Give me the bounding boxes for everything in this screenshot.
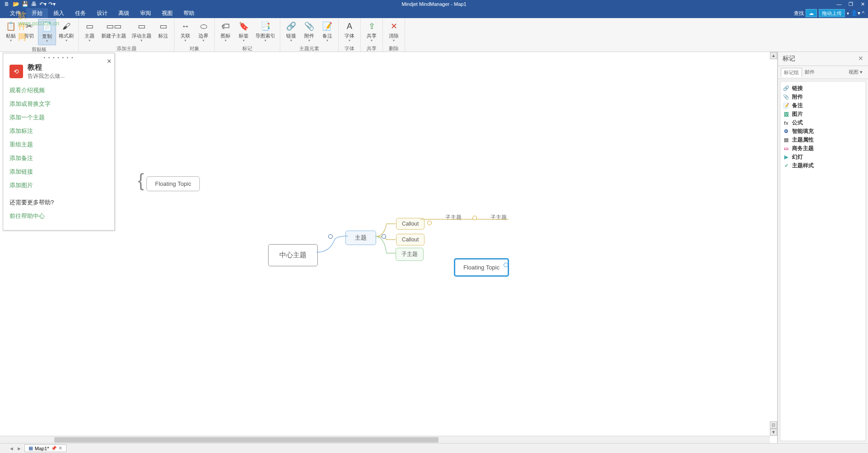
icon-marker-button[interactable]: 🏷图标▾ <box>217 19 235 44</box>
tutorial-link-6[interactable]: 添加链接 <box>9 168 108 176</box>
boundary-button[interactable]: ⬭边界▾ <box>194 19 212 44</box>
canvas-area[interactable]: • • • • • • • ✕ ⟲ 教程 告诉我怎么做... 观看介绍视频添加或… <box>0 52 778 443</box>
minimize-button[interactable]: — <box>835 1 843 7</box>
central-topic[interactable]: 中心主题 <box>268 244 318 266</box>
floating-topic-1[interactable]: Floating Topic <box>146 176 200 191</box>
tutorial-link-0[interactable]: 观看介绍视频 <box>9 86 108 94</box>
scroll-down-button[interactable]: ▼ <box>770 429 777 436</box>
marker-item-1[interactable]: 📎附件 <box>783 93 863 101</box>
scroll-up-button[interactable]: ▲ <box>770 52 777 59</box>
marker-item-5[interactable]: ⚙智能填充 <box>783 127 863 136</box>
floating-topic-2-selected[interactable]: Floating Topic <box>454 258 509 277</box>
menu-advanced[interactable]: 高级 <box>113 8 135 18</box>
collapse-ribbon-icon[interactable]: ^ <box>862 10 864 16</box>
menu-insert[interactable]: 插入 <box>48 8 70 18</box>
tab-view[interactable]: 视图 ▾ <box>846 68 865 77</box>
node-handle[interactable] <box>504 263 508 267</box>
menu-design[interactable]: 设计 <box>91 8 113 18</box>
qat-redo[interactable]: ↷▾ <box>48 0 56 8</box>
cut-button[interactable]: ✂剪切 <box>20 19 38 45</box>
tutorial-link-1[interactable]: 添加或替换文字 <box>9 100 108 108</box>
marker-item-4[interactable]: fx公式 <box>783 118 863 127</box>
search-label: 查找 <box>794 10 804 17</box>
node-handle[interactable] <box>328 234 333 239</box>
menu-file[interactable]: 文件 <box>5 8 26 18</box>
tab-close-icon[interactable]: ✕ <box>58 445 62 451</box>
marker-item-7[interactable]: ▭商务主题 <box>783 144 863 153</box>
maximize-button[interactable]: ❐ <box>847 1 854 7</box>
marker-item-3[interactable]: 🖼图片 <box>783 110 863 118</box>
tab-nav-right[interactable]: ► <box>17 446 22 451</box>
menu-help[interactable]: 帮助 <box>178 8 200 18</box>
clear-button[interactable]: ✕清除▾ <box>385 19 403 44</box>
panel-close-icon[interactable]: ✕ <box>858 55 863 63</box>
menu-task[interactable]: 任务 <box>70 8 91 18</box>
marker-item-6[interactable]: ▤主题属性 <box>783 136 863 144</box>
share-button[interactable]: ⇪共享▾ <box>363 19 381 44</box>
close-button[interactable]: ✕ <box>859 1 866 7</box>
tab-marker-group[interactable]: 标记组 <box>781 68 802 77</box>
callout-1[interactable]: Callout <box>396 218 425 230</box>
new-subtopic-button[interactable]: ▭▭新建子主题 <box>99 19 129 44</box>
subtopic-text-2[interactable]: 子主题 <box>491 214 507 222</box>
marker-item-9[interactable]: ✓主题样式 <box>783 161 863 170</box>
tutorial-subtitle: 告诉我怎么做... <box>28 72 65 80</box>
scroll-option-button[interactable]: ⊡ <box>770 421 777 429</box>
menu-review[interactable]: 审阅 <box>135 8 156 18</box>
tutorial-link-4[interactable]: 重组主题 <box>9 141 108 149</box>
callout-button[interactable]: ▭标注 <box>154 19 172 44</box>
font-button[interactable]: A字体▾ <box>340 19 359 44</box>
menu-view[interactable]: 视图 <box>156 8 178 18</box>
upload-button[interactable]: 拖动上传 <box>819 9 845 17</box>
qat-open[interactable]: 📂 <box>12 0 20 8</box>
tag-button[interactable]: 🔖标签▾ <box>235 19 253 44</box>
subtopic-text-1[interactable]: 子主题 <box>445 214 462 222</box>
map-index-button[interactable]: 📑导图索引▾ <box>253 19 278 44</box>
node-handle[interactable] <box>427 221 432 225</box>
subtopic-1[interactable]: 子主题 <box>396 248 424 261</box>
panel-grip[interactable]: • • • • • • • <box>9 55 108 60</box>
scrollbar-thumb[interactable] <box>54 437 439 443</box>
tab-mail[interactable]: 邮件 <box>802 68 817 77</box>
marker-item-8[interactable]: ▶幻灯 <box>783 153 863 161</box>
marker-item-0[interactable]: 🔗链接 <box>783 84 863 93</box>
cloud-button[interactable]: ☁ <box>806 9 817 17</box>
tutorial-link-3[interactable]: 添加标注 <box>9 127 108 135</box>
menu-home[interactable]: 开始 <box>26 8 48 18</box>
qat-save[interactable]: 💾 <box>21 0 29 8</box>
document-tab-map1[interactable]: ▦ Map1* 📌 ✕ <box>24 444 66 452</box>
marker-label: 链接 <box>792 85 803 92</box>
qat-new[interactable]: 🗎 <box>3 0 11 8</box>
user-icon[interactable]: 👤▾ <box>851 10 860 16</box>
attachment-button[interactable]: 📎附件▾ <box>300 19 318 44</box>
notes-button[interactable]: 📝备注▾ <box>318 19 336 44</box>
link-button[interactable]: 🔗链接▾ <box>282 19 300 44</box>
relationship-button[interactable]: ↔关联▾ <box>176 19 194 44</box>
format-painter-button[interactable]: 🖌格式刷▾ <box>56 19 76 45</box>
tab-pin-icon[interactable]: 📌 <box>51 446 57 451</box>
dropdown-arrow-icon: ▾ <box>264 38 266 42</box>
main-topic[interactable]: 主题 <box>345 231 376 245</box>
tab-nav-left[interactable]: ◄ <box>9 446 14 451</box>
tutorial-link-5[interactable]: 添加备注 <box>9 154 108 162</box>
marker-item-2[interactable]: 📝备注 <box>783 101 863 110</box>
callout-2[interactable]: Callout <box>396 234 425 245</box>
panel-close-icon[interactable]: ✕ <box>107 58 112 65</box>
dropdown-arrow-icon: ▾ <box>141 38 142 42</box>
node-handle[interactable] <box>472 216 477 220</box>
dropdown-icon[interactable]: ▾ <box>847 11 849 16</box>
tutorial-help-link[interactable]: 前往帮助中心 <box>9 212 108 220</box>
callout-icon: ▭ <box>158 21 169 32</box>
notes-label: 备注 <box>322 33 332 38</box>
tutorial-link-2[interactable]: 添加一个主题 <box>9 113 108 122</box>
floating-topic-button[interactable]: ▭浮动主题▾ <box>129 19 154 44</box>
qat-print[interactable]: 🖶 <box>30 0 38 8</box>
dropdown-arrow-icon: ▾ <box>243 38 245 42</box>
qat-undo[interactable]: ↶▾ <box>39 0 47 8</box>
node-handle[interactable] <box>382 234 386 239</box>
tutorial-link-7[interactable]: 添加图片 <box>9 181 108 189</box>
topic-button[interactable]: ▭主题▾ <box>80 19 99 44</box>
horizontal-scrollbar[interactable] <box>0 436 770 443</box>
paste-button[interactable]: 📋粘贴▾ <box>2 19 20 45</box>
copy-button[interactable]: 📄复制▾ <box>38 19 56 45</box>
